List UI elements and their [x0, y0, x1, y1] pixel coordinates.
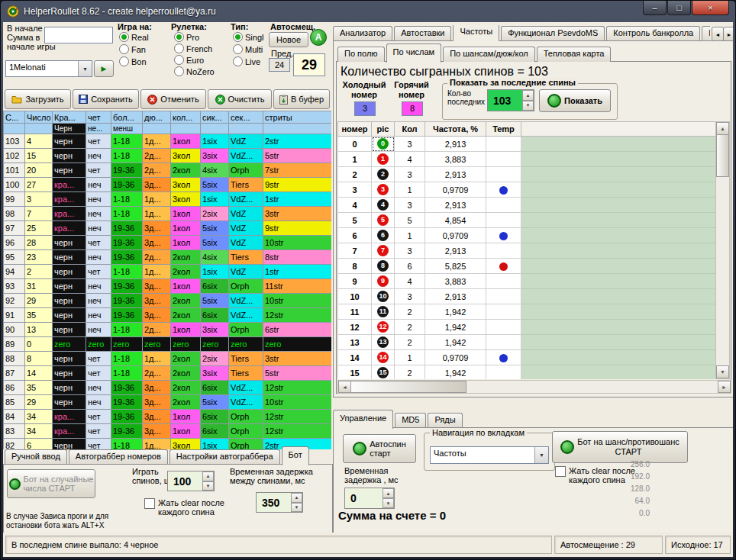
radio-multi[interactable]: Multi [233, 44, 263, 54]
delay-down-button[interactable]: ▼ [291, 503, 302, 513]
spins-up-button[interactable]: ▲ [202, 471, 214, 481]
disk-icon [79, 95, 88, 104]
clear-button[interactable]: Очистить [208, 89, 272, 109]
freq-pic-cell[interactable]: 0 [372, 137, 395, 152]
autoshift-a-icon[interactable]: A [310, 29, 327, 46]
show-button[interactable]: Показать [539, 89, 611, 112]
scroll-thumb[interactable] [716, 134, 729, 177]
spins-down-button[interactable]: ▼ [202, 481, 214, 491]
cancel-button[interactable]: Отменить [140, 89, 206, 109]
tab-бот[interactable]: Бот [282, 446, 309, 465]
ctrl-delay-down-button[interactable]: ▼ [383, 498, 394, 508]
freq-horizontal-scrollbar[interactable]: ◄ ► [337, 380, 731, 394]
history-cell: чет [86, 163, 111, 178]
random-bot-button[interactable]: Бот на случайныечисла СТАРТ [7, 469, 95, 498]
bot-clear-checkbox[interactable]: Жать clear послекаждого спина [144, 498, 224, 517]
freq-pic-cell[interactable]: 3 [372, 182, 395, 198]
spins-stepper[interactable]: 100 ▲ ▼ [167, 471, 215, 491]
freq-pic-cell[interactable]: 11 [372, 304, 395, 320]
scroll-right-arrow[interactable]: ► [718, 381, 731, 393]
show-last-group-label: Показать за последние спины [447, 78, 578, 87]
count-down-button[interactable]: ▼ [522, 101, 534, 111]
tab-автограббер-номеров[interactable]: Автограббер номеров [69, 449, 168, 465]
tab-функционал-psevdoms[interactable]: Функционал PsevdoMS [501, 26, 605, 41]
radio-euro[interactable]: Euro [174, 55, 204, 65]
start-sum-input[interactable] [44, 27, 113, 43]
radio-fan[interactable]: Fan [119, 44, 146, 54]
history-cell: 88 [4, 352, 25, 366]
chance-bot-button[interactable]: Бот на шанс/противошансСТАРТ [552, 431, 688, 463]
tab-анализатор[interactable]: Анализатор [333, 26, 392, 41]
radio-singl[interactable]: Singl [233, 32, 263, 42]
history-header-cell: кол... [171, 111, 201, 124]
delay-up-button[interactable]: ▲ [291, 493, 302, 503]
tab-ручной-ввод[interactable]: Ручной ввод [5, 449, 67, 465]
ctrltab-управление[interactable]: Управление [333, 410, 393, 429]
maximize-button[interactable]: □ [667, 1, 691, 15]
freq-pic-cell[interactable]: 1 [372, 152, 395, 167]
load-button[interactable]: Загрузить [5, 89, 71, 109]
freq-pic-cell[interactable]: 12 [372, 320, 395, 335]
autoshift-new-button[interactable]: Новое [269, 32, 308, 47]
radio-real[interactable]: Real [119, 32, 149, 42]
history-cell: 10str [263, 395, 332, 410]
ctrltab-md5[interactable]: MD5 [395, 413, 426, 428]
save-button[interactable]: Сохранить [73, 89, 139, 109]
history-cell: 4 [25, 134, 53, 149]
preset-combobox[interactable]: 1Melonati ▼ [5, 60, 92, 77]
freq-pic-cell[interactable]: 2 [372, 167, 395, 182]
radio-pro[interactable]: Pro [174, 32, 199, 42]
freq-pic-cell[interactable]: 13 [372, 335, 395, 350]
nav-combobox[interactable]: Частоты ▼ [430, 446, 549, 464]
freq-pic-cell[interactable]: 7 [372, 243, 395, 259]
radio-nozero[interactable]: NoZero [174, 66, 215, 76]
tab-колесо[interactable]: Колесо [702, 26, 710, 41]
close-button[interactable]: × [692, 1, 729, 15]
tab-контроль-банкролла[interactable]: Контроль банкролла [606, 26, 700, 41]
history-cell: 8 [25, 352, 53, 366]
history-cell: VdZ... [229, 381, 263, 395]
tab-автоставки[interactable]: Автоставки [394, 26, 451, 41]
scroll-down-arrow[interactable]: ▼ [716, 365, 729, 378]
freq-filler-cell [521, 274, 718, 289]
chevron-down-icon[interactable]: ▼ [534, 447, 548, 463]
subtab-по-шансам-дюж-кол[interactable]: По шансам/дюж/кол [443, 47, 535, 62]
to-buffer-button[interactable]: В буфер [273, 89, 330, 109]
count-last-stepper[interactable]: 103 ▲ ▼ [487, 89, 534, 111]
freq-pic-cell[interactable]: 8 [372, 259, 395, 274]
scroll-thumb[interactable] [350, 381, 466, 393]
radio-live[interactable]: Live [233, 56, 260, 66]
scroll-up-arrow[interactable]: ▲ [716, 122, 729, 135]
count-up-button[interactable]: ▲ [522, 90, 534, 101]
subtab-по-полю[interactable]: По полю [337, 47, 385, 62]
freq-vertical-scrollbar[interactable]: ▲ ▼ [715, 121, 730, 379]
autospin-start-button[interactable]: Автоспинстарт [343, 434, 416, 463]
minimize-button[interactable]: – [643, 1, 667, 15]
tab-scroll-left-button[interactable]: ◄ [712, 27, 724, 42]
tab-настройки-автограббера[interactable]: Настройки автограббера [169, 449, 280, 465]
scroll-left-arrow[interactable]: ◄ [338, 381, 351, 393]
freq-pic-cell[interactable]: 5 [372, 213, 395, 228]
freq-pic-cell[interactable]: 10 [372, 289, 395, 304]
clipboard-icon [279, 95, 288, 105]
freq-temp-cell [486, 259, 521, 274]
subtab-по-числам[interactable]: По числам [386, 43, 442, 63]
radio-bon[interactable]: Bon [119, 56, 147, 66]
history-cell: 19-36 [111, 178, 143, 192]
freq-pic-cell[interactable]: 4 [372, 198, 395, 213]
tab-scroll-right-button[interactable]: ► [723, 27, 733, 42]
freq-pic-cell[interactable]: 14 [372, 350, 395, 365]
tab-частоты[interactable]: Частоты [453, 25, 499, 41]
freq-count-cell: 3 [395, 198, 425, 213]
freq-pic-cell[interactable]: 6 [372, 228, 395, 243]
subtab-тепловая-карта[interactable]: Тепловая карта [537, 47, 612, 62]
bot-delay-stepper[interactable]: 350 ▲ ▼ [256, 492, 303, 513]
radio-french[interactable]: French [174, 43, 212, 53]
play-button[interactable]: ▶ [94, 60, 114, 77]
freq-pic-cell[interactable]: 15 [372, 365, 395, 380]
ctrl-delay-stepper[interactable]: 0 ▲ ▼ [344, 488, 395, 509]
ctrltab-ряды[interactable]: Ряды [428, 413, 462, 428]
chevron-down-icon[interactable]: ▼ [78, 61, 92, 76]
freq-pic-cell[interactable]: 9 [372, 274, 395, 289]
ctrl-delay-up-button[interactable]: ▲ [383, 488, 394, 498]
